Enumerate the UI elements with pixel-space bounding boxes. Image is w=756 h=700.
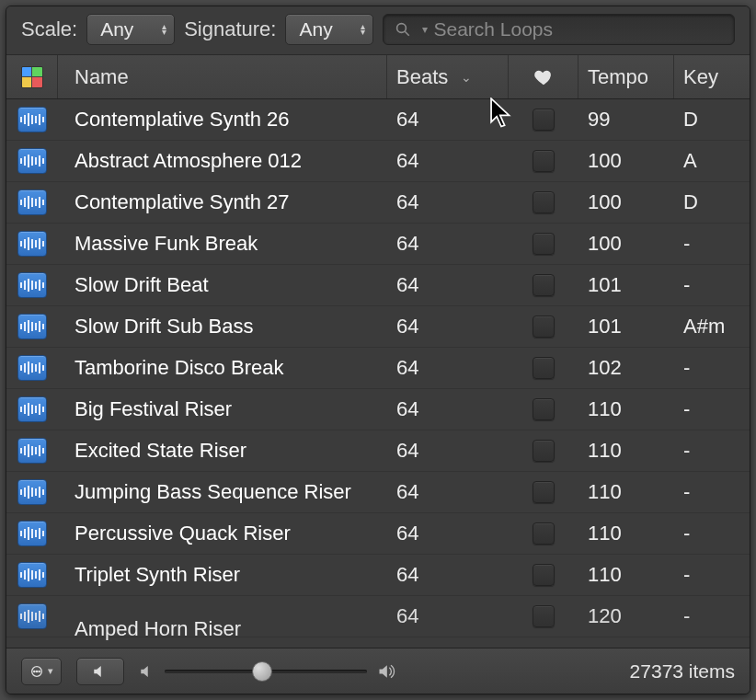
favorite-checkbox[interactable] [533,150,555,172]
loop-key: - [683,480,690,504]
favorite-checkbox[interactable] [533,440,555,462]
loop-row[interactable]: Jumping Bass Sequence Riser 64 110 - [6,472,750,513]
loop-beats: 64 [396,563,418,587]
search-placeholder: Search Loops [433,18,553,40]
sort-descending-icon: ⌄ [461,70,472,85]
favorite-checkbox[interactable] [533,316,555,338]
ellipsis-icon [29,664,44,679]
audio-loop-icon [17,355,47,381]
signature-label: Signature: [184,17,276,41]
volume-control [139,662,396,681]
audio-loop-icon [17,603,47,629]
loop-name: Big Festival Riser [74,397,232,421]
loop-row[interactable]: Percussive Quack Riser 64 110 - [6,513,750,555]
favorite-checkbox[interactable] [533,191,555,213]
loop-name: Percussive Quack Riser [74,522,291,545]
preview-play-button[interactable] [76,658,124,685]
stepper-icon: ▴▾ [162,24,166,35]
loop-beats: 64 [396,397,418,421]
favorite-checkbox[interactable] [533,481,555,503]
favorite-checkbox[interactable] [533,522,555,545]
loop-row[interactable]: Amped Horn Riser 64 120 - [6,596,750,637]
loop-beats: 64 [396,356,418,380]
loop-name: Excited State Riser [74,439,246,463]
loop-beats: 64 [396,232,418,256]
svg-point-4 [36,671,37,671]
loop-row[interactable]: Contemplative Synth 27 64 100 D [6,182,750,224]
loop-key: D [683,190,698,214]
tempo-column-label: Tempo [588,65,648,89]
audio-loop-icon [17,314,47,339]
loop-tempo: 102 [588,356,622,380]
loop-beats: 64 [396,604,418,628]
column-header-row: Name Beats ⌄ Tempo Key [6,55,750,99]
loop-tempo: 110 [588,522,622,545]
volume-high-icon [376,662,396,681]
name-column-header[interactable]: Name [58,55,387,98]
loop-row[interactable]: Triplet Synth Riser 64 110 - [6,555,750,596]
favorite-column-header[interactable] [509,55,578,98]
favorite-checkbox[interactable] [533,398,555,420]
loop-beats: 64 [396,108,418,132]
key-column-header[interactable]: Key [674,55,750,98]
loop-tempo: 110 [588,563,622,587]
loop-name: Massive Funk Break [74,232,258,256]
loop-key: D [683,108,698,132]
speaker-icon [90,663,110,680]
audio-loop-icon [17,521,47,546]
tempo-column-header[interactable]: Tempo [578,55,674,98]
chevron-down-icon: ▾ [48,665,53,677]
audio-loop-icon [17,189,47,215]
loop-row[interactable]: Big Festival Riser 64 110 - [6,389,750,430]
audio-loop-icon [17,148,47,174]
search-input[interactable]: ▾ Search Loops [383,14,735,45]
loop-row[interactable]: Slow Drift Beat 64 101 - [6,265,750,306]
loop-tempo: 101 [588,273,622,297]
loop-list[interactable]: Contemplative Synth 26 64 99 D Abstract … [6,99,750,648]
favorite-checkbox[interactable] [533,109,555,131]
volume-slider[interactable] [165,670,367,673]
scale-select[interactable]: Any ▴▾ [86,14,175,45]
key-column-label: Key [683,65,718,89]
loop-row[interactable]: Abstract Atmosphere 012 64 100 A [6,141,750,182]
favorite-checkbox[interactable] [533,357,555,379]
audio-loop-icon [17,562,47,588]
loop-beats: 64 [396,315,418,339]
loop-browser-window: Scale: Any ▴▾ Signature: Any ▴▾ ▾ Search… [6,6,750,694]
loop-name: Triplet Synth Riser [74,563,240,587]
loop-tempo: 120 [588,604,622,628]
loop-tempo: 100 [588,149,622,173]
audio-loop-icon [17,438,47,464]
loop-beats: 64 [396,273,418,297]
loop-row[interactable]: Slow Drift Sub Bass 64 101 A#m [6,306,750,348]
volume-thumb[interactable] [252,661,272,682]
audio-loop-icon [17,272,47,298]
filter-bar: Scale: Any ▴▾ Signature: Any ▴▾ ▾ Search… [6,6,750,55]
loop-row[interactable]: Contemplative Synth 26 64 99 D [6,99,750,141]
loop-beats: 64 [396,522,418,545]
loop-name: Tamborine Disco Break [74,356,283,380]
footer-bar: ▾ 27373 items [6,648,750,694]
favorite-checkbox[interactable] [533,564,555,586]
loop-beats: 64 [396,480,418,504]
audio-loop-icon [17,231,47,257]
loop-name: Jumping Bass Sequence Riser [74,480,351,504]
favorite-checkbox[interactable] [533,274,555,296]
loop-row[interactable]: Excited State Riser 64 110 - [6,430,750,472]
loop-row[interactable]: Massive Funk Break 64 100 - [6,224,750,265]
audio-loop-icon [17,107,47,132]
loop-tempo: 110 [588,397,622,421]
loop-tempo: 100 [588,190,622,214]
loop-row[interactable]: Tamborine Disco Break 64 102 - [6,348,750,389]
beats-column-header[interactable]: Beats ⌄ [387,55,509,98]
signature-select[interactable]: Any ▴▾ [285,14,373,45]
loop-key: - [683,522,690,545]
svg-point-3 [34,671,35,671]
more-actions-button[interactable]: ▾ [21,658,62,685]
view-mode-column[interactable] [6,55,58,98]
svg-point-5 [39,671,40,671]
audio-loop-icon [17,396,47,422]
loop-name: Slow Drift Sub Bass [74,315,253,339]
favorite-checkbox[interactable] [533,605,555,627]
favorite-checkbox[interactable] [533,233,555,255]
